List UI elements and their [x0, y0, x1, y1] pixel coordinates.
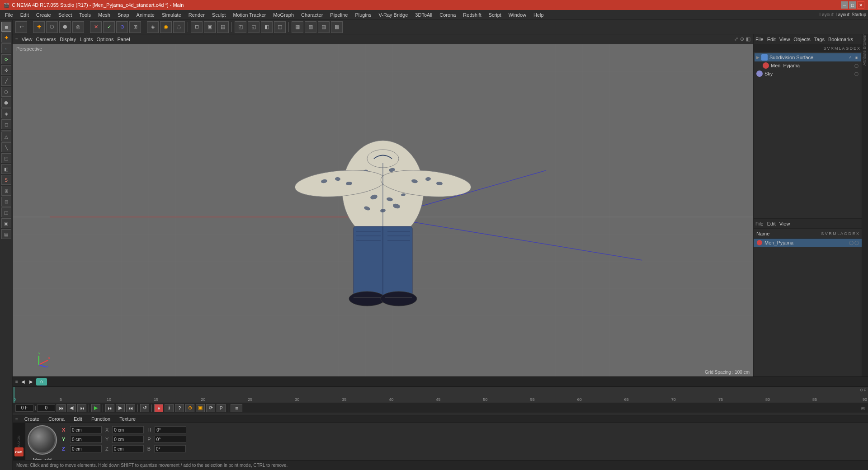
menu-window[interactable]: Window — [505, 11, 529, 19]
close-button[interactable]: ✕ — [857, 1, 864, 9]
tl-icon-5[interactable]: ▣ — [196, 404, 205, 412]
attr-flag-check[interactable]: ◯ — [849, 240, 854, 245]
tool-8[interactable]: ◈ — [1, 108, 11, 118]
tool-6[interactable]: ⬡ — [1, 87, 11, 97]
menu-edit[interactable]: Edit — [17, 11, 32, 19]
tool-16[interactable]: ⊡ — [1, 197, 11, 207]
icon-obj[interactable]: ⬡ — [46, 21, 58, 33]
tool-17[interactable]: ◫ — [1, 207, 11, 217]
tl-prev-frame[interactable]: ◀ — [67, 404, 76, 412]
icon-mat2[interactable]: ◱ — [248, 21, 259, 33]
tl-record-btn[interactable]: ⏮ — [57, 404, 66, 412]
menu-sculpt[interactable]: Sculpt — [209, 11, 229, 19]
am-menu-edit[interactable]: Edit — [767, 221, 776, 226]
tool-10[interactable]: △ — [1, 132, 11, 141]
tl-last-frame[interactable]: ⏭ — [126, 404, 135, 412]
menu-corona[interactable]: Corona — [436, 11, 459, 19]
menu-simulate[interactable]: Simulate — [159, 11, 184, 19]
tl-play-btn[interactable]: ▶ — [91, 404, 100, 412]
timeline-ruler[interactable]: 0 5 10 15 20 25 30 35 40 45 50 55 60 65 … — [13, 387, 868, 403]
viewport-canvas[interactable]: Perspective — [13, 44, 753, 376]
flag-mp-1[interactable]: ◯ — [854, 63, 859, 68]
tl-btn-2[interactable]: ▶ — [28, 379, 34, 385]
tl-next-frame[interactable]: ▶ — [116, 404, 125, 412]
coord-h-rot[interactable] — [155, 426, 186, 433]
vp-control-1[interactable]: ⤢ — [734, 36, 738, 42]
attr-row-men-pyjama[interactable]: Men_Pyjama ◯ ◯ — [754, 239, 862, 247]
vp-menu-view[interactable]: View — [22, 37, 33, 42]
tool-15[interactable]: ⊞ — [1, 186, 11, 196]
menu-file[interactable]: File — [2, 11, 16, 19]
tool-9[interactable]: ◻ — [1, 119, 11, 129]
tl-icon-3[interactable]: ? — [175, 404, 184, 412]
icon-anim1[interactable]: ▦ — [292, 21, 303, 33]
coord-z-pos[interactable] — [70, 445, 102, 452]
coord-y-pos[interactable] — [70, 436, 102, 443]
tool-select[interactable]: ◼ — [1, 22, 11, 32]
bt-tab-function[interactable]: Function — [89, 415, 113, 423]
menu-pipeline[interactable]: Pipeline — [327, 11, 351, 19]
tool-14[interactable]: S — [1, 175, 11, 185]
current-frame-input[interactable] — [15, 404, 33, 412]
tl-prev-key[interactable]: ⏮ — [77, 404, 86, 412]
minimize-button[interactable]: ─ — [841, 1, 848, 9]
om-menu-bookmarks[interactable]: Bookmarks — [828, 37, 853, 42]
om-menu-file[interactable]: File — [755, 37, 764, 42]
menu-select[interactable]: Select — [55, 11, 75, 19]
vp-menu-display[interactable]: Display — [60, 37, 76, 42]
menu-3dtoall[interactable]: 3DToAll — [412, 11, 435, 19]
tl-icon-4[interactable]: ⊕ — [185, 404, 194, 412]
tl-icon-7[interactable]: P — [217, 404, 226, 412]
attr-flag-2[interactable]: ◯ — [854, 240, 859, 245]
material-preview[interactable] — [28, 425, 57, 455]
tl-icon-2[interactable]: ℹ — [165, 404, 174, 412]
tool-12[interactable]: ◰ — [1, 153, 11, 163]
icon-anim2[interactable]: ▧ — [305, 21, 316, 33]
tool-18[interactable]: ▣ — [1, 218, 11, 228]
bt-tab-texture[interactable]: Texture — [117, 415, 138, 423]
coord-b-rot[interactable] — [154, 445, 186, 452]
material-slot[interactable]: Man_c4d — [25, 423, 59, 463]
menu-mesh[interactable]: Mesh — [95, 11, 113, 19]
tool-scale[interactable]: ↔ — [1, 43, 11, 53]
tool-19[interactable]: ▤ — [1, 229, 11, 239]
icon-anim4[interactable]: ▩ — [331, 21, 343, 33]
bt-tab-create[interactable]: Create — [22, 415, 42, 423]
tl-btn-1[interactable]: ◀ — [20, 379, 26, 385]
vp-menu-panel[interactable]: Panel — [117, 37, 130, 42]
menu-motion-tracker[interactable]: Motion Tracker — [230, 11, 269, 19]
icon-render2[interactable]: ◌ — [173, 21, 185, 33]
icon-mat3[interactable]: ◧ — [261, 21, 273, 33]
vp-control-2[interactable]: ⊕ — [740, 36, 744, 42]
vp-control-3[interactable]: ◧ — [746, 36, 750, 42]
menu-snap[interactable]: Snap — [114, 11, 132, 19]
tool-11[interactable]: ╲ — [1, 142, 11, 152]
menu-character[interactable]: Character — [298, 11, 326, 19]
icon-undo[interactable]: ↩ — [15, 21, 27, 33]
am-menu-file[interactable]: File — [755, 221, 764, 226]
om-menu-objects[interactable]: Objects — [793, 37, 810, 42]
frame-start-input[interactable] — [37, 404, 55, 412]
tool-7[interactable]: ⬢ — [1, 98, 11, 108]
maximize-button[interactable]: □ — [849, 1, 856, 9]
icon-display[interactable]: ▤ — [217, 21, 229, 33]
coord-y-size[interactable] — [112, 436, 144, 443]
tl-icon-6[interactable]: ⟳ — [206, 404, 215, 412]
tool-5[interactable]: ╱ — [1, 76, 11, 86]
menu-redshift[interactable]: Redshift — [460, 11, 484, 19]
icon-z-axis[interactable]: ⊙ — [116, 21, 128, 33]
coord-x-pos[interactable] — [70, 426, 102, 433]
om-menu-tags[interactable]: Tags — [814, 37, 825, 42]
scene-obj-subdiv[interactable]: ▶ Subdivision Surface ✓ ◉ — [755, 53, 861, 61]
menu-render[interactable]: Render — [185, 11, 208, 19]
scene-obj-sky[interactable]: Sky ◯ — [755, 70, 861, 78]
flag-sky-1[interactable]: ◯ — [854, 71, 859, 76]
tool-4[interactable]: ✜ — [1, 65, 11, 75]
am-menu-view[interactable]: View — [779, 221, 790, 226]
coord-z-size[interactable] — [112, 445, 144, 452]
icon-render[interactable]: ◉ — [160, 21, 172, 33]
tl-next-key[interactable]: ⏭ — [105, 404, 114, 412]
menu-plugins[interactable]: Plugins — [352, 11, 374, 19]
tool-13[interactable]: ◧ — [1, 164, 11, 174]
vp-menu-options[interactable]: Options — [97, 37, 114, 42]
